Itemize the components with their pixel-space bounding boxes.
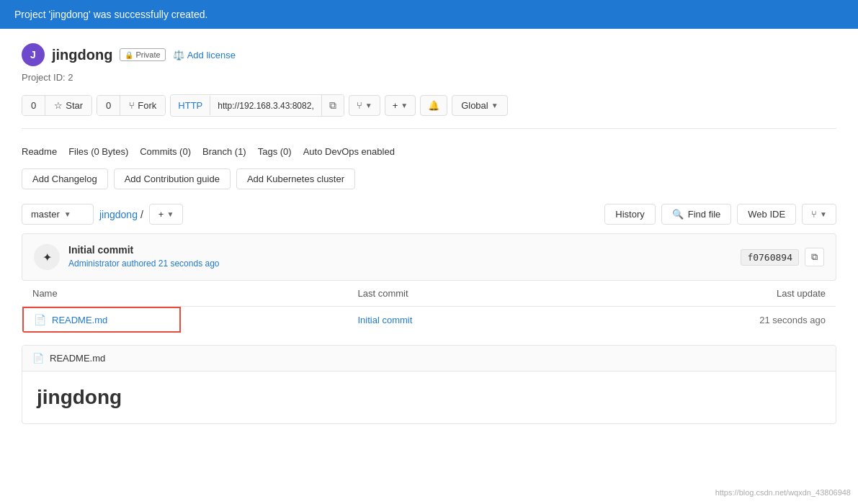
file-name-link[interactable]: 📄 README.md [22, 307, 181, 333]
web-ide-button[interactable]: Web IDE [737, 204, 796, 225]
add-license-link[interactable]: ⚖️ Add license [173, 50, 236, 60]
repo-nav-tabs: Readme Files (0 Bytes) Commits (0) Branc… [22, 143, 836, 160]
add-kubernetes-cluster-button[interactable]: Add Kubernetes cluster [236, 168, 355, 189]
plus-chevron: ▼ [401, 102, 408, 109]
find-file-button[interactable]: 🔍 Find file [661, 204, 732, 225]
star-button[interactable]: ☆ Star [45, 96, 91, 115]
branch-dropdown[interactable]: master ▼ [22, 204, 94, 225]
star-group: 0 ☆ Star [22, 95, 92, 116]
copy-hash-button[interactable]: ⧉ [805, 248, 824, 266]
new-item-button[interactable]: + ▼ [385, 95, 416, 116]
tab-files[interactable]: Files (0 Bytes) [68, 143, 128, 160]
copy-url-button[interactable]: ⧉ [321, 95, 344, 116]
file-table-header: Name Last commit Last update [22, 281, 836, 307]
col-name: Name [22, 281, 348, 307]
tab-autodevops[interactable]: Auto DevOps enabled [303, 143, 395, 160]
repo-clone-icon: ⑂ [811, 209, 817, 220]
readme-box: 📄 README.md jingdong [22, 345, 836, 424]
star-icon: ☆ [54, 100, 63, 111]
tab-tags[interactable]: Tags (0) [258, 143, 292, 160]
add-chevron: ▼ [166, 210, 174, 218]
readme-filename: README.md [50, 353, 105, 364]
project-toolbar: 0 ☆ Star 0 ⑂ Fork HTTP http://192.168.3.… [22, 94, 836, 129]
search-icon: 🔍 [672, 209, 684, 220]
fork-group: 0 ⑂ Fork [97, 95, 166, 116]
table-row: 📄 README.md Initial commit 21 seconds ag… [22, 307, 836, 333]
commit-box: ✦ Initial commit Administrator authored … [22, 233, 836, 281]
last-update-cell: 21 seconds ago [633, 307, 836, 333]
col-last-commit: Last commit [348, 281, 633, 307]
commit-hash: f0760894 [741, 249, 799, 266]
repo-toolbar-right: History 🔍 Find file Web IDE ⑂ ▼ [604, 204, 836, 225]
project-id: Project ID: 2 [22, 72, 836, 83]
commit-left: ✦ Initial commit Administrator authored … [34, 244, 219, 270]
bell-icon: 🔔 [428, 100, 439, 111]
repo-toolbar: master ▼ jingdong / + ▼ History 🔍 Find f… [22, 204, 836, 225]
file-table-body: 📄 README.md Initial commit 21 seconds ag… [22, 307, 836, 333]
add-contribution-guide-button[interactable]: Add Contribution guide [114, 168, 231, 189]
file-name: README.md [52, 315, 107, 325]
http-dropdown[interactable]: HTTP http://192.168.3.43:8082, ⧉ [170, 94, 344, 117]
fork-button[interactable]: ⑂ Fork [120, 96, 165, 115]
global-dropdown[interactable]: Global ▼ [452, 95, 507, 116]
file-table: Name Last commit Last update 📄 README.md… [22, 281, 836, 333]
visibility-badge: 🔒 Private [120, 48, 165, 61]
repo-clone-button[interactable]: ⑂ ▼ [802, 204, 836, 225]
file-name-cell: 📄 README.md [22, 307, 348, 333]
path-link[interactable]: jingdong [99, 209, 138, 220]
global-chevron: ▼ [491, 102, 499, 109]
fork-icon: ⑂ [129, 100, 135, 111]
add-file-button[interactable]: + ▼ [149, 204, 184, 225]
readme-title: jingdong [37, 386, 821, 409]
readme-content: jingdong [22, 372, 836, 423]
tab-readme[interactable]: Readme [22, 143, 57, 160]
commit-right: f0760894 ⧉ [741, 248, 824, 266]
commit-avatar-icon: ✦ [43, 251, 52, 264]
last-commit-cell[interactable]: Initial commit [348, 307, 633, 333]
star-count: 0 [22, 96, 45, 115]
commit-info: Initial commit Administrator authored 21… [68, 244, 219, 269]
file-icon: 📄 [34, 314, 46, 325]
fork-count: 0 [97, 96, 120, 115]
tab-commits[interactable]: Commits (0) [140, 143, 191, 160]
clone-icon: ⑂ [357, 100, 362, 111]
commit-title: Initial commit [68, 244, 219, 256]
plus-icon: + [158, 209, 164, 220]
notifications-button[interactable]: 🔔 [420, 95, 447, 116]
tab-branch[interactable]: Branch (1) [202, 143, 246, 160]
readme-header: 📄 README.md [22, 346, 836, 372]
http-label[interactable]: HTTP [171, 96, 210, 115]
repo-clone-chevron: ▼ [820, 210, 827, 218]
history-button[interactable]: History [604, 204, 655, 225]
commit-avatar: ✦ [34, 244, 60, 270]
commit-meta: Administrator authored 21 seconds ago [68, 258, 219, 269]
repo-url: http://192.168.3.43:8082, [210, 96, 321, 115]
repo-path: jingdong / [99, 209, 143, 220]
clone-dropdown[interactable]: ⑂ ▼ [349, 95, 380, 116]
readme-file-icon: 📄 [32, 353, 44, 364]
branch-chevron: ▼ [64, 210, 71, 218]
lock-icon: 🔒 [125, 51, 133, 59]
success-banner: Project 'jingdong' was successfully crea… [0, 0, 858, 29]
col-last-update: Last update [633, 281, 836, 307]
clone-chevron: ▼ [365, 102, 372, 109]
quick-actions: Add Changelog Add Contribution guide Add… [22, 168, 836, 189]
project-header: J jingdong 🔒 Private ⚖️ Add license [22, 43, 836, 66]
project-avatar: J [22, 43, 45, 66]
add-changelog-button[interactable]: Add Changelog [22, 168, 108, 189]
banner-message: Project 'jingdong' was successfully crea… [14, 9, 207, 20]
balance-icon: ⚖️ [173, 50, 184, 60]
project-name: jingdong [52, 47, 112, 63]
branch-name: master [31, 209, 60, 220]
repo-toolbar-left: master ▼ jingdong / + ▼ [22, 204, 183, 225]
